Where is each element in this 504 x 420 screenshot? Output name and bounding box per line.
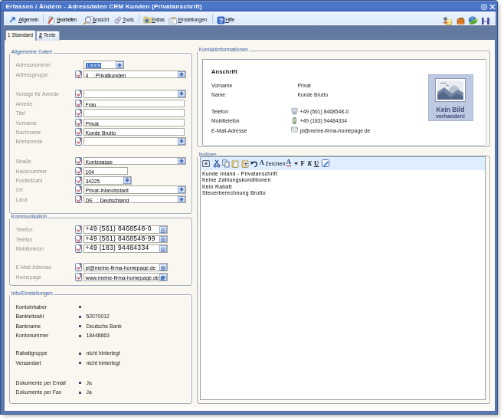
svg-text:T: T [244, 162, 247, 167]
svg-text:?: ? [218, 17, 222, 25]
